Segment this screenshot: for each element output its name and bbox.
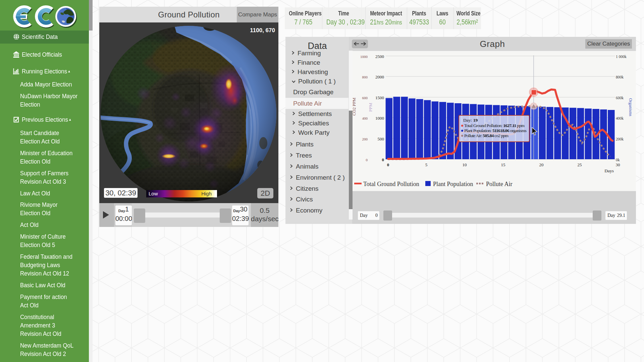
svg-text:5: 5 [425,162,428,167]
svg-text:0: 0 [366,158,368,162]
svg-text:800: 800 [362,75,368,79]
svg-text:0: 0 [387,162,389,167]
svg-text:Organisms: Organisms [628,98,633,116]
svg-text:1000: 1000 [375,116,384,121]
svg-text:200k: 200k [616,137,624,141]
svg-text:Pollute Air: 505.84 co2 ppm: Pollute Air: 505.84 co2 ppm [464,133,508,138]
svg-text:1 000k: 1 000k [616,55,627,59]
svg-text:Plant Population: Plant Population [433,181,473,187]
svg-text:CO2 PPM: CO2 PPM [352,98,357,116]
svg-text:25: 25 [578,162,582,167]
svg-text:600: 600 [362,96,368,100]
svg-text:2500: 2500 [375,54,384,59]
svg-text:Days: Days [604,168,614,173]
svg-text:200: 200 [362,137,368,141]
svg-text:1500: 1500 [375,95,384,100]
svg-text:Day: 19: Day: 19 [463,118,478,123]
svg-text:30: 30 [616,162,620,167]
svg-text:500: 500 [378,136,384,141]
svg-text:400k: 400k [616,116,624,120]
svg-text:15: 15 [501,162,505,167]
svg-text:Total Ground Pollution: Total Ground Pollution [363,181,419,187]
svg-text:Total Ground Pollution: 1627.1: Total Ground Pollution: 1627.11 ppm [464,123,525,128]
svg-text:20: 20 [539,162,544,167]
svg-text:0: 0 [382,157,384,162]
svg-text:PPM: PPM [368,103,373,112]
svg-text:10: 10 [463,162,467,167]
svg-text:400: 400 [362,116,368,120]
svg-text:600k: 600k [616,96,624,100]
svg-text:1000: 1000 [360,55,368,59]
svg-text:800k: 800k [616,75,624,79]
svg-text:Plant Population: 511618.06 or: Plant Population: 511618.06 organisms [464,128,527,133]
svg-text:0k: 0k [616,158,620,162]
svg-text:Pollute Air: Pollute Air [486,181,513,187]
svg-text:2000: 2000 [375,74,384,79]
